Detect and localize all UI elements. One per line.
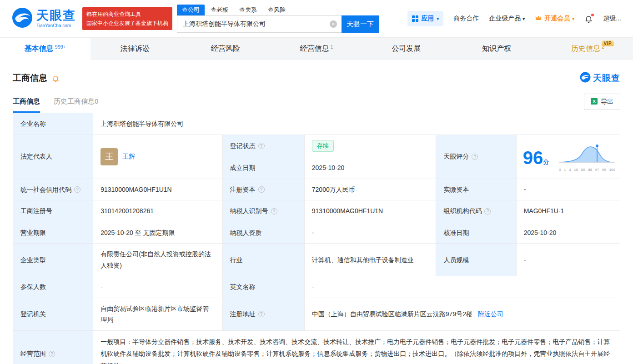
tab-operation-info[interactable]: 经营信息1 (271, 38, 362, 60)
org-code-value: MAG0HF1U-1 (516, 200, 620, 222)
reg-capital-value: 72000万人民币 (304, 179, 436, 200)
table-row: 企业类型 有限责任公司(非自然人投资或控股的法人独资) 行业 计算机、通信和其他… (13, 244, 620, 276)
staff-size-value: - (516, 244, 620, 276)
tab-label: 法律诉讼 (121, 44, 150, 54)
notification-dot (591, 14, 594, 16)
registry-value: 自由贸易试验区临港新片区市场监督管理局 (93, 298, 222, 330)
legal-rep-avatar[interactable]: 王 (100, 148, 118, 165)
grid-icon (412, 15, 418, 22)
tab-history-info[interactable]: 历史信息2 VIP (543, 38, 633, 60)
tab-legal-litigation[interactable]: 法律诉讼 (90, 38, 181, 60)
info-icon[interactable]: ? (258, 311, 265, 317)
paid-capital-value: - (516, 179, 620, 200)
info-icon[interactable]: ? (258, 143, 265, 149)
search-tabs: 查公司 查老板 查关系 查风险 (177, 5, 379, 15)
taxpayer-quality-label: 纳税人资质 (222, 222, 304, 244)
reg-capital-label: 注册资本? (222, 179, 304, 200)
company-name-value: 上海积塔创能半导体有限公司 (93, 113, 620, 135)
search-tab-boss[interactable]: 查老板 (206, 5, 233, 15)
tianyancha-watermark: 天眼查 (580, 72, 620, 85)
search-tab-relation[interactable]: 查关系 (234, 5, 262, 15)
promo-line-1: 都在用的商业查询工具 (86, 10, 168, 19)
business-term-value: 2025-10-20 至 无固定期限 (93, 222, 222, 244)
tab-basic-info[interactable]: 基本信息999+ (0, 38, 90, 60)
tab-operation-risk[interactable]: 经营风险 (181, 38, 271, 60)
table-row: 法定代表人 王 王辉 登记状态? 存续 天眼评分? 96分 (13, 135, 620, 157)
taxpayer-id-label: 纳税人识别号? (222, 200, 304, 222)
business-scope-label: 经营范围? (13, 330, 93, 364)
tab-label: 基本信息 (25, 44, 54, 54)
notification-bell-icon[interactable] (584, 15, 593, 23)
export-button[interactable]: X 导出 (584, 94, 620, 110)
table-row: 登记机关 自由贸易试验区临港新片区市场监督管理局 注册地址? 中国（上海）自由贸… (13, 298, 620, 330)
info-icon[interactable]: ? (484, 208, 491, 214)
chevron-down-icon: ▾ (437, 16, 439, 21)
info-icon[interactable]: ? (271, 208, 277, 214)
nearby-companies-link[interactable]: 附近公司 (478, 310, 503, 318)
main-content: 工商信息 天眼查 工商信息 历史工商信息0 X 导出 (0, 60, 633, 364)
score-distribution-chart: 0131550859799100 (559, 143, 615, 172)
section-title: 工商信息 (13, 72, 47, 84)
clear-icon[interactable]: × (330, 20, 337, 28)
insured-label: 参保人数 (13, 276, 93, 298)
chevron-down-icon: ▾ (522, 16, 525, 21)
table-row: 经营范围? 一般项目：半导体分立器件销售；技术服务、技术开发、技术咨询、技术交流… (13, 330, 620, 364)
business-scope-value: 一般项目：半导体分立器件销售；技术服务、技术开发、技术咨询、技术交流、技术转让、… (93, 330, 620, 364)
address-value: 中国（上海）自由贸易试验区临港新片区云汉路979号2楼 附近公司 (304, 298, 620, 330)
credit-code-value: 91310000MAG0HF1U1N (93, 179, 222, 200)
biz-coop-link[interactable]: 商务合作 (453, 15, 479, 23)
english-name-label: 英文名称 (222, 276, 304, 298)
subtab-history-business-info[interactable]: 历史工商信息0 (54, 97, 98, 113)
reg-status-label: 登记状态? (222, 135, 304, 157)
tab-label: 公司发展 (392, 44, 421, 54)
search-button[interactable]: 天眼一下 (342, 15, 379, 33)
header-nav: 应用 ▾ 商务合作 企业级产品 ▾ 开通会员 ▾ 超级... (407, 11, 621, 26)
subtab-business-info[interactable]: 工商信息 (13, 97, 40, 113)
legal-rep-value: 王 王辉 (93, 135, 222, 179)
enterprise-product-link[interactable]: 企业级产品 ▾ (489, 15, 525, 23)
paid-capital-label: 实缴资本 (436, 179, 516, 200)
table-row: 工商注册号 310142001208261 纳税人识别号? 91310000MA… (13, 200, 620, 222)
open-vip-link[interactable]: 开通会员 ▾ (535, 15, 574, 23)
biz-coop-label: 商务合作 (453, 15, 479, 23)
apps-menu[interactable]: 应用 ▾ (407, 11, 443, 26)
brand-name: 天眼查 (36, 10, 76, 22)
info-icon[interactable]: ? (472, 154, 478, 160)
promo-line-2: 国家中小企业发展子基金旗下机构 (86, 19, 168, 28)
search-tab-risk[interactable]: 查风险 (263, 5, 291, 15)
info-icon[interactable]: ? (258, 186, 265, 193)
info-icon[interactable]: ? (74, 186, 80, 193)
search-input[interactable] (177, 15, 342, 33)
industry-label: 行业 (222, 244, 304, 276)
staff-size-label: 人员规模 (436, 244, 516, 276)
super-vip-link[interactable]: 超级... (603, 15, 621, 23)
subtab-row: 工商信息 历史工商信息0 X 导出 (13, 94, 620, 113)
table-row: 统一社会信用代码? 91310000MAG0HF1U1N 注册资本? 72000… (13, 179, 620, 200)
tab-company-development[interactable]: 公司发展 (362, 38, 452, 60)
taxpayer-id-value: 91310000MAG0HF1U1N (304, 200, 436, 222)
monitor-bell-icon[interactable] (52, 75, 60, 82)
tab-label: 经营信息 (300, 44, 329, 54)
approval-date-label: 核准日期 (436, 222, 516, 244)
tab-label: 知识产权 (482, 44, 511, 54)
excel-icon: X (591, 98, 598, 106)
org-code-label: 组织机构代码? (436, 200, 516, 222)
table-row: 参保人数 - 英文名称 - (13, 276, 620, 298)
tianyancha-logo-icon (12, 7, 33, 30)
business-term-label: 营业期限 (13, 222, 93, 244)
info-icon[interactable]: ? (49, 351, 55, 357)
tab-intellectual-property[interactable]: 知识产权 (452, 38, 543, 60)
company-type-label: 企业类型 (13, 244, 93, 276)
search-tab-company[interactable]: 查公司 (177, 5, 205, 15)
legal-rep-link[interactable]: 王辉 (122, 151, 135, 162)
tianyancha-watermark-icon (580, 72, 591, 85)
tianyancha-logo[interactable]: 天眼查 TianYanCha.com (12, 7, 76, 30)
export-label: 导出 (601, 98, 613, 106)
insured-value: - (93, 276, 222, 298)
address-text: 中国（上海）自由贸易试验区临港新片区云汉路979号2楼 (312, 310, 472, 318)
table-row: 企业名称 上海积塔创能半导体有限公司 (13, 113, 620, 135)
taxpayer-quality-value: - (304, 222, 436, 244)
business-info-table: 企业名称 上海积塔创能半导体有限公司 法定代表人 王 王辉 登记状态? 存续 天… (13, 113, 620, 364)
industry-value: 计算机、通信和其他电子设备制造业 (304, 244, 436, 276)
top-header: 天眼查 TianYanCha.com 都在用的商业查询工具 国家中小企业发展子基… (0, 0, 633, 37)
